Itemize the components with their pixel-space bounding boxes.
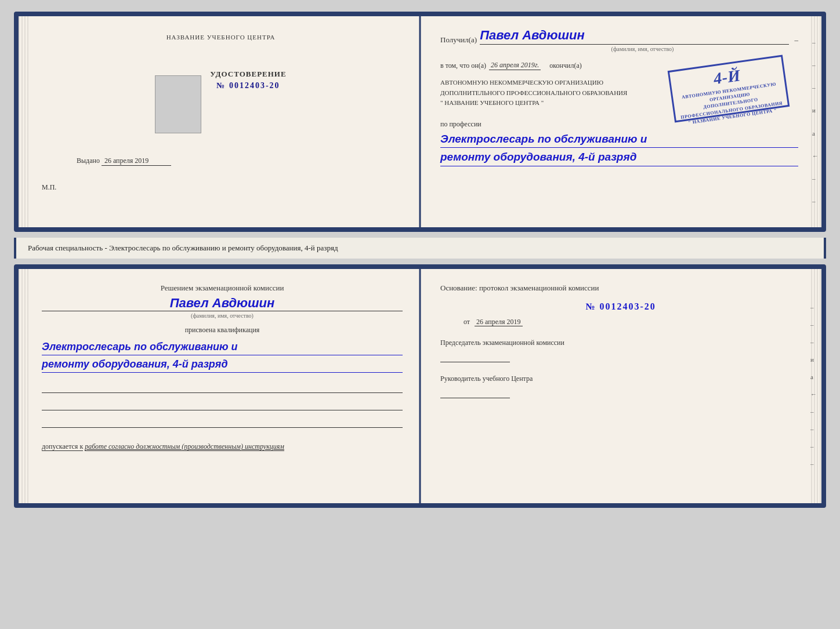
side-mark-3: – <box>810 339 817 346</box>
side-mark-4: и <box>810 356 817 363</box>
doc-top-certificate: НАЗВАНИЕ УЧЕБНОГО ЦЕНТРА УДОСТОВЕРЕНИЕ №… <box>14 12 826 232</box>
dash-6: ← <box>812 152 819 159</box>
qualification-line2: ремонту оборудования, 4-й разряд <box>42 357 403 373</box>
side-mark-9: – <box>810 443 817 450</box>
cert-content-block: УДОСТОВЕРЕНИЕ № 0012403-20 <box>155 70 286 133</box>
spine-left-bottom <box>19 269 29 503</box>
dash-1: – <box>812 39 819 46</box>
middle-description: Рабочая специальность - Электрослесарь п… <box>14 238 826 259</box>
cert-label: УДОСТОВЕРЕНИЕ <box>210 70 286 79</box>
right-dashes-top: – – – и а ← – – <box>812 16 819 227</box>
ot-line: от 26 апреля 2019 <box>440 318 801 326</box>
protocol-number-value: 0012403-20 <box>599 301 656 311</box>
side-mark-1: – <box>810 304 817 311</box>
qualification-line1: Электрослесарь по обслуживанию и <box>42 339 403 355</box>
side-mark-5: а <box>810 373 817 380</box>
side-mark-8: – <box>810 426 817 432</box>
cert-number: № 0012403-20 <box>216 81 280 90</box>
mp-label: М.П. <box>42 183 56 192</box>
received-line: Получил(а) Павел Авдюшин – <box>440 28 798 45</box>
dash-4: и <box>812 107 819 114</box>
dopuskaetsya-prefix: допускается к <box>42 442 83 451</box>
dopuskaetsya-block: допускается к работе согласно должностны… <box>42 442 403 451</box>
protocol-number: № 0012403-20 <box>440 301 801 312</box>
resheniem-label: Решением экзаменационной комиссии <box>42 283 403 293</box>
doc-bottom-qualification: Решением экзаменационной комиссии Павел … <box>14 264 826 508</box>
ot-prefix-text: от <box>464 318 470 326</box>
side-mark-10: – <box>810 460 817 467</box>
bottom-right-page: Основание: протокол экзаменационной коми… <box>423 269 821 503</box>
side-marks-bottom-right: – – – и а ← – – – – <box>810 304 817 467</box>
dash-8: – <box>812 198 819 205</box>
cert-issued-line: Выдано 26 апреля 2019 <box>77 157 171 166</box>
sig-line-2 <box>42 399 403 410</box>
vtom-date: 26 апреля 2019г. <box>489 61 541 70</box>
profession-block: по профессии Электрослесарь по обслужива… <box>440 120 798 166</box>
cert-right-page: Получил(а) Павел Авдюшин – (фамилия, имя… <box>423 16 821 227</box>
side-mark-6: ← <box>810 391 817 398</box>
sig-line-1 <box>42 381 403 393</box>
po-professii-label: по профессии <box>440 120 798 129</box>
osnovanie-label: Основание: протокол экзаменационной коми… <box>440 283 801 293</box>
spine-left <box>19 16 29 227</box>
prisvoena-label: присвоена квалификация <box>42 326 403 335</box>
fio-label-top: (фамилия, имя, отчество) <box>440 46 798 52</box>
received-prefix: Получил(а) <box>440 35 477 45</box>
rukovoditel-label: Руководитель учебного Центра <box>440 374 801 384</box>
signature-lines <box>42 381 403 434</box>
protocol-prefix: № <box>585 301 596 311</box>
sig-line-3 <box>42 416 403 428</box>
dash-5: а <box>812 130 819 137</box>
side-mark-7: – <box>810 408 817 415</box>
cert-text-block: УДОСТОВЕРЕНИЕ № 0012403-20 <box>210 70 286 90</box>
fio-label-bottom: (фамилия, имя, отчество) <box>42 312 403 319</box>
issued-date: 26 апреля 2019 <box>102 157 171 166</box>
dopuskaetsya-value: работе согласно должностным (производств… <box>85 442 284 451</box>
side-mark-2: – <box>810 321 817 328</box>
description-text: Рабочая специальность - Электрослесарь п… <box>28 243 338 252</box>
received-dash: – <box>795 35 799 45</box>
page-wrapper: НАЗВАНИЕ УЧЕБНОГО ЦЕНТРА УДОСТОВЕРЕНИЕ №… <box>14 12 826 508</box>
chairman-label: Председатель экзаменационной комиссии <box>440 338 801 348</box>
okonchil-label: окончил(а) <box>549 61 581 70</box>
received-name: Павел Авдюшин <box>480 28 788 45</box>
rukovoditel-sig-line <box>440 387 510 398</box>
profession-line1: Электрослесарь по обслуживанию и <box>440 131 798 148</box>
person-name-big: Павел Авдюшин <box>42 296 403 311</box>
vtom-prefix: в том, что он(а) <box>440 61 486 70</box>
chairman-sig-line <box>440 351 510 362</box>
dash-7: – <box>812 175 819 182</box>
cert-number-prefix: № <box>216 81 226 90</box>
dash-3: – <box>812 84 819 91</box>
issued-prefix: Выдано <box>77 157 100 165</box>
bottom-left-page: Решением экзаменационной комиссии Павел … <box>19 269 423 503</box>
org-title-top: НАЗВАНИЕ УЧЕБНОГО ЦЕНТРА <box>166 34 276 41</box>
ot-date: 26 апреля 2019 <box>475 318 522 326</box>
cert-number-value: 0012403-20 <box>229 81 280 90</box>
profession-line2: ремонту оборудования, 4-й разряд <box>440 149 798 166</box>
cert-left-page: НАЗВАНИЕ УЧЕБНОГО ЦЕНТРА УДОСТОВЕРЕНИЕ №… <box>19 16 423 227</box>
photo-placeholder <box>155 75 201 133</box>
dash-2: – <box>812 61 819 68</box>
